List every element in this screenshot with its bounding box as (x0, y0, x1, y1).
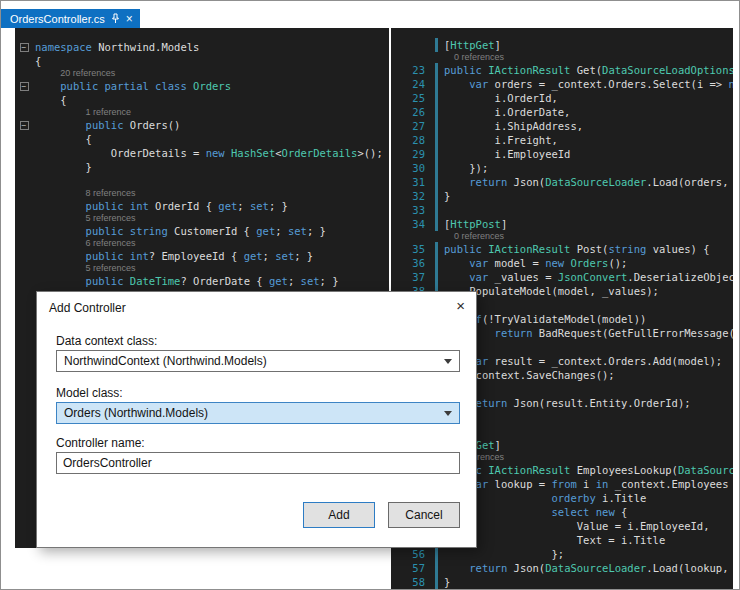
line-number: 24 (391, 77, 435, 91)
codelens-row: 5 references (15, 263, 389, 274)
cancel-button[interactable]: Cancel (388, 502, 460, 528)
code-row: public int OrderId { get; set; } (15, 199, 389, 213)
code-row: 34[HttpPost] (391, 217, 733, 231)
line-number: 37 (391, 270, 435, 284)
code-text: var _values = JsonConvert.DeserializeObj… (438, 270, 733, 284)
fold-margin[interactable]: − (15, 82, 33, 91)
code-text: public partial class Orders (33, 79, 231, 93)
model-class-dropdown[interactable]: Orders (Northwind.Models) (56, 402, 460, 424)
code-text: } (33, 160, 92, 174)
code-text: var orders = _context.Orders.Select(i =>… (438, 77, 733, 91)
code-text: i.OrderDate, (438, 105, 570, 119)
code-row: OrderDetails = new HashSet<OrderDetails>… (15, 146, 389, 160)
code-text: public Orders() (33, 118, 180, 132)
code-row: 58} (391, 575, 733, 589)
code-row: } (15, 160, 389, 174)
codelens-row: 1 reference (15, 107, 389, 118)
code-text: { (33, 54, 41, 68)
codelens-row: 20 references (15, 68, 389, 79)
code-text: OrderDetails = new HashSet<OrderDetails>… (33, 146, 383, 160)
code-row: 25 i.OrderId, (391, 91, 733, 105)
fold-collapse-icon[interactable]: − (20, 82, 29, 91)
line-number: 25 (391, 91, 435, 105)
codelens-row: 0 references (391, 231, 733, 242)
code-row: 27 i.ShipAddress, (391, 119, 733, 133)
code-text: var result = _context.Orders.Add(model); (438, 354, 722, 368)
line-number: 29 (391, 147, 435, 161)
code-text: { (33, 132, 92, 146)
code-text: [HttpPost] (438, 217, 507, 231)
code-row: 32} (391, 189, 733, 203)
code-text: { (33, 93, 67, 107)
dropdown-value: NorthwindContext (Northwind.Models) (64, 354, 267, 368)
controller-name-input[interactable] (56, 452, 460, 474)
data-context-class-label: Data context class: (56, 334, 157, 348)
code-row: −namespace Northwind.Models (15, 40, 389, 54)
code-text: i.EmployeeId (438, 147, 570, 161)
code-row: − public partial class Orders (15, 79, 389, 93)
code-row: 29 i.EmployeeId (391, 147, 733, 161)
dialog-close-icon[interactable]: × (456, 297, 465, 314)
add-button[interactable]: Add (303, 502, 375, 528)
code-text: } (438, 575, 450, 589)
pin-icon[interactable] (111, 13, 120, 24)
code-row: 56 }; (391, 547, 733, 561)
code-text: var model = new Orders(); (438, 256, 627, 270)
code-text: } (438, 189, 450, 203)
code-text: }; (438, 547, 564, 561)
dialog-title: Add Controller (49, 301, 126, 315)
line-number: 23 (391, 63, 435, 77)
code-text: i.OrderId, (438, 91, 558, 105)
line-number: 57 (391, 561, 435, 575)
code-row: { (15, 132, 389, 146)
code-text: i.Freight, (438, 133, 558, 147)
code-row: { (15, 93, 389, 107)
close-icon[interactable]: × (126, 13, 133, 25)
codelens-row: 0 references (391, 52, 733, 63)
tab-orderscontroller-cs[interactable]: OrdersController.cs × (1, 9, 140, 28)
fold-collapse-icon[interactable]: − (20, 43, 29, 52)
code-text: Value = i.EmployeeId, (438, 519, 710, 533)
tab-title: OrdersController.cs (10, 13, 105, 25)
fold-margin[interactable]: − (15, 43, 33, 52)
code-row: 23public IActionResult Get(DataSourceLoa… (391, 63, 733, 77)
code-text: i.ShipAddress, (438, 119, 583, 133)
code-text: public string CustomerId { get; set; } (33, 224, 326, 238)
code-row: 30 }); (391, 161, 733, 175)
code-text: [HttpGet] (438, 38, 501, 52)
line-number: 58 (391, 575, 435, 589)
code-row: − public Orders() (15, 118, 389, 132)
data-context-class-dropdown[interactable]: NorthwindContext (Northwind.Models) (56, 350, 460, 372)
line-number: 32 (391, 189, 435, 203)
line-number: 31 (391, 175, 435, 189)
chevron-down-icon[interactable] (444, 359, 452, 364)
fold-collapse-icon[interactable]: − (20, 121, 29, 130)
code-row: { (15, 54, 389, 68)
code-text: }); (438, 161, 488, 175)
vs-floating-windows-canvas: Orders.cs × OrdersController.cs × −names… (0, 0, 740, 590)
code-row: 33 (391, 203, 733, 217)
code-row: public DateTime? OrderDate { get; set; } (15, 274, 389, 288)
code-row: [HttpGet] (391, 38, 733, 52)
dropdown-value: Orders (Northwind.Models) (64, 406, 208, 420)
add-controller-dialog: Add Controller × Data context class: Nor… (36, 291, 477, 548)
code-text: public IActionResult Get(DataSourceLoadO… (438, 63, 733, 77)
change-tracking-bar (435, 203, 438, 217)
codelens-row: 8 references (15, 188, 389, 199)
chevron-down-icon[interactable] (444, 411, 452, 416)
code-text: public int OrderId { get; set; } (33, 199, 288, 213)
line-number: 36 (391, 256, 435, 270)
line-number: 30 (391, 161, 435, 175)
model-class-label: Model class: (56, 386, 123, 400)
code-text: return Json(DataSourceLoader.Load(orders… (438, 175, 733, 189)
line-number: 26 (391, 105, 435, 119)
code-text: return BadRequest(GetFullErrorMessage(Mo… (438, 326, 733, 340)
code-text: public DateTime? OrderDate { get; set; } (33, 274, 339, 288)
line-number: 33 (391, 203, 435, 217)
code-row: public int? EmployeeId { get; set; } (15, 249, 389, 263)
line-number: 27 (391, 119, 435, 133)
code-row: 36 var model = new Orders(); (391, 256, 733, 270)
codelens-row: 5 references (15, 213, 389, 224)
fold-margin[interactable]: − (15, 121, 33, 130)
code-row: 26 i.OrderDate, (391, 105, 733, 119)
